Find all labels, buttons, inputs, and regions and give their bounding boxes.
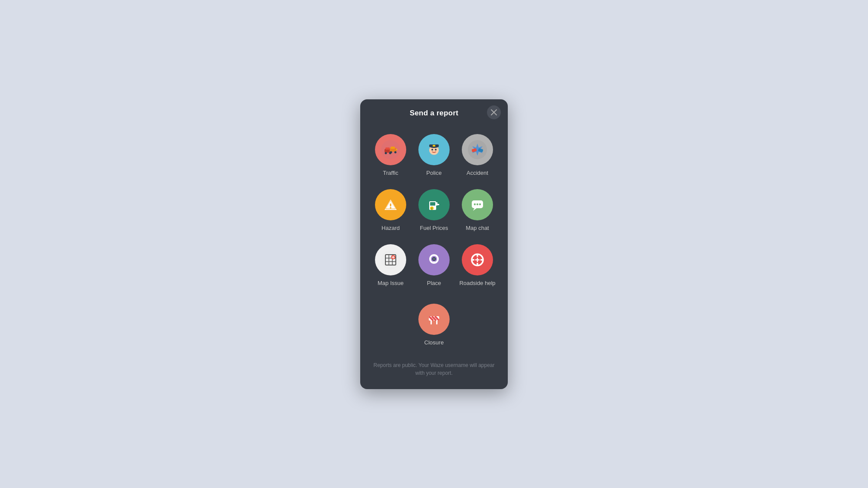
closure-icon <box>424 310 444 329</box>
roadside-icon-circle <box>462 244 493 275</box>
svg-rect-9 <box>396 149 397 150</box>
accident-icon <box>468 140 487 159</box>
accident-label: Accident <box>467 170 488 176</box>
svg-rect-25 <box>390 203 391 206</box>
report-item-accident[interactable]: Accident <box>456 130 499 180</box>
svg-point-51 <box>433 258 435 260</box>
svg-rect-29 <box>430 202 435 206</box>
report-item-mapchat[interactable]: Map chat <box>456 185 499 236</box>
svg-point-26 <box>390 207 391 209</box>
roadside-label: Roadside help <box>459 280 495 286</box>
traffic-icon <box>381 140 400 159</box>
police-icon <box>424 140 444 159</box>
close-button[interactable] <box>487 105 501 119</box>
hazard-icon-circle <box>375 189 406 220</box>
svg-point-38 <box>477 203 478 205</box>
fuel-icon-circle: $ <box>418 189 450 220</box>
place-label: Place <box>427 280 441 286</box>
closure-label: Closure <box>424 339 444 346</box>
report-item-fuel[interactable]: $ Fuel Prices <box>412 185 456 236</box>
svg-point-3 <box>385 152 387 154</box>
svg-rect-2 <box>385 147 390 150</box>
report-item-hazard[interactable]: Hazard <box>369 185 412 236</box>
closure-row: Closure <box>360 299 508 354</box>
mapissue-icon <box>381 250 400 269</box>
report-item-roadside[interactable]: Roadside help <box>456 240 499 291</box>
police-icon-circle <box>418 134 450 165</box>
hazard-icon <box>381 195 400 214</box>
report-item-mapissue[interactable]: Map Issue <box>369 240 412 291</box>
svg-text:$: $ <box>431 207 433 210</box>
place-icon-circle <box>418 244 450 275</box>
svg-rect-14 <box>433 145 435 147</box>
report-item-place[interactable]: Place <box>412 240 456 291</box>
dialog-title: Send a report <box>410 109 458 118</box>
svg-rect-6 <box>391 147 395 149</box>
traffic-label: Traffic <box>383 170 398 176</box>
accident-icon-circle <box>462 134 493 165</box>
svg-point-7 <box>390 151 392 153</box>
report-item-police[interactable]: Police <box>412 130 456 180</box>
roadside-icon <box>468 250 487 269</box>
mapchat-icon <box>468 195 487 214</box>
footer-text: Reports are public. Your Waze username w… <box>360 354 508 380</box>
police-label: Police <box>426 170 441 176</box>
hazard-label: Hazard <box>381 225 400 231</box>
mapchat-label: Map chat <box>466 225 489 231</box>
closure-icon-circle <box>418 304 450 335</box>
traffic-icon-circle <box>375 134 406 165</box>
fuel-icon: $ <box>424 195 444 214</box>
svg-point-39 <box>479 203 481 205</box>
svg-rect-31 <box>437 204 439 205</box>
svg-point-40 <box>381 250 400 269</box>
send-report-dialog: Send a report <box>360 99 508 389</box>
report-grid: Traffic <box>360 125 508 299</box>
mapissue-icon-circle <box>375 244 406 275</box>
report-item-traffic[interactable]: Traffic <box>369 130 412 180</box>
mapchat-icon-circle <box>462 189 493 220</box>
svg-point-15 <box>431 149 433 151</box>
svg-point-8 <box>395 151 397 153</box>
report-item-closure[interactable]: Closure <box>416 299 452 350</box>
place-icon <box>424 250 444 269</box>
svg-point-37 <box>474 203 476 205</box>
fuel-label: Fuel Prices <box>420 225 448 231</box>
dialog-header: Send a report <box>360 99 508 125</box>
svg-point-16 <box>435 149 437 151</box>
close-icon <box>491 109 497 115</box>
mapissue-label: Map Issue <box>378 280 404 286</box>
